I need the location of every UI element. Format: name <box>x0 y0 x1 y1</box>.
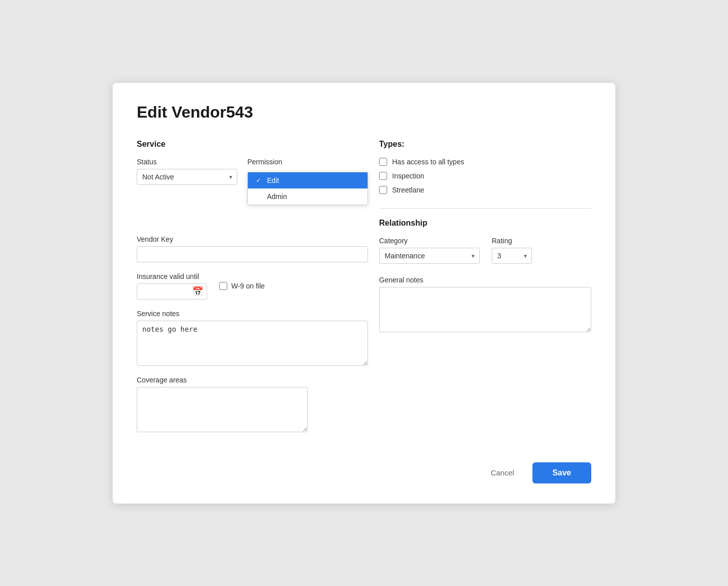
left-column: Service Status Not Active Active ▼ Permi… <box>137 140 349 442</box>
form-layout: Service Status Not Active Active ▼ Permi… <box>137 140 591 442</box>
insurance-label: Insurance valid until <box>137 272 207 280</box>
vendor-key-field-group: Vendor Key <box>137 235 349 262</box>
category-label: Category <box>379 237 480 245</box>
relationship-section-title: Relationship <box>379 219 591 228</box>
w9-checkbox[interactable] <box>219 282 227 290</box>
service-section-title: Service <box>137 140 349 149</box>
service-notes-field-group: Service notes notes go here <box>137 310 349 366</box>
checkmark-placeholder <box>256 193 263 200</box>
type-item-streetlane: Streetlane <box>379 186 591 194</box>
permission-dropdown: ✓ Edit Admin <box>247 172 368 205</box>
coverage-areas-field-group: Coverage areas <box>137 376 349 432</box>
status-select[interactable]: Not Active Active <box>137 169 237 185</box>
type-label-inspection: Inspection <box>392 172 424 180</box>
checkmark-icon: ✓ <box>256 177 263 184</box>
type-label-streetlane: Streetlane <box>392 186 424 194</box>
rating-label: Rating <box>492 237 532 245</box>
service-notes-label: Service notes <box>137 310 349 318</box>
general-notes-field-group: General notes <box>379 276 591 332</box>
types-section-title: Types: <box>379 140 591 149</box>
category-field-group: Category Maintenance Electrical Plumbing… <box>379 237 480 264</box>
footer-row: Cancel Save <box>137 462 591 483</box>
section-divider <box>379 208 591 209</box>
type-checkbox-streetlane[interactable] <box>379 186 387 194</box>
insurance-input-wrap: 📅 <box>137 283 207 300</box>
permission-label: Permission <box>247 158 282 166</box>
status-permission-row: Status Not Active Active ▼ Permission ✓ <box>137 158 349 195</box>
vendor-key-label: Vendor Key <box>137 235 349 243</box>
type-item-all-types: Has access to all types <box>379 158 591 166</box>
permission-option-admin[interactable]: Admin <box>248 188 368 205</box>
calendar-button[interactable]: 📅 <box>190 285 205 298</box>
rating-select-wrap: 1 2 3 4 5 ▼ <box>492 248 532 264</box>
cancel-button[interactable]: Cancel <box>481 463 524 482</box>
status-select-wrap: Not Active Active ▼ <box>137 169 237 185</box>
status-field-group: Status Not Active Active ▼ <box>137 158 237 185</box>
type-label-all-types: Has access to all types <box>392 158 464 166</box>
type-checkbox-inspection[interactable] <box>379 172 387 180</box>
w9-label: W-9 on file <box>231 282 265 290</box>
types-section: Types: Has access to all types Inspectio… <box>379 140 591 194</box>
relationship-section: Relationship Category Maintenance Electr… <box>379 219 591 264</box>
edit-vendor-modal: Edit Vendor543 Service Status Not Active… <box>113 83 615 504</box>
coverage-areas-label: Coverage areas <box>137 376 349 384</box>
category-select-wrap: Maintenance Electrical Plumbing ▼ <box>379 248 480 264</box>
rating-field-group: Rating 1 2 3 4 5 ▼ <box>492 237 532 264</box>
type-checkbox-all-types[interactable] <box>379 158 387 166</box>
save-button[interactable]: Save <box>532 462 591 483</box>
insurance-field-group: Insurance valid until 📅 <box>137 272 207 300</box>
rating-select[interactable]: 1 2 3 4 5 <box>492 248 532 264</box>
status-label: Status <box>137 158 237 166</box>
category-select[interactable]: Maintenance Electrical Plumbing <box>379 248 480 264</box>
general-notes-textarea[interactable] <box>379 287 591 332</box>
right-column: Types: Has access to all types Inspectio… <box>379 140 591 442</box>
type-item-inspection: Inspection <box>379 172 591 180</box>
insurance-row: Insurance valid until 📅 W-9 on file <box>137 272 349 300</box>
vendor-key-input[interactable] <box>137 246 368 262</box>
w9-field-group: W-9 on file <box>219 282 265 290</box>
permission-admin-label: Admin <box>267 192 287 201</box>
dropdown-spacer <box>137 205 349 235</box>
permission-edit-label: Edit <box>267 176 279 184</box>
coverage-areas-textarea[interactable] <box>137 387 308 432</box>
page-title: Edit Vendor543 <box>137 103 591 122</box>
relationship-row: Category Maintenance Electrical Plumbing… <box>379 237 591 264</box>
service-notes-textarea[interactable]: notes go here <box>137 321 368 366</box>
permission-option-edit[interactable]: ✓ Edit <box>248 172 368 188</box>
general-notes-label: General notes <box>379 276 591 284</box>
permission-field-group: Permission ✓ Edit Admin <box>247 158 282 195</box>
